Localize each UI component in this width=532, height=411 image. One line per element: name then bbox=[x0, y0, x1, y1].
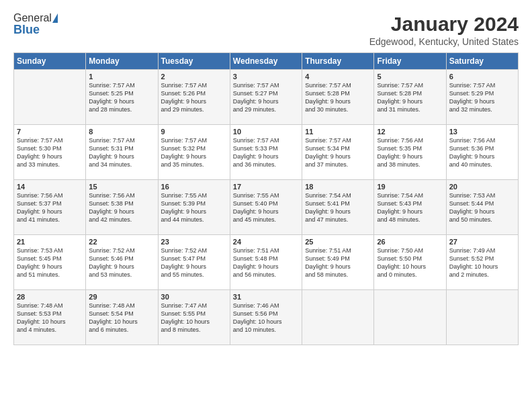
week-row-3: 14Sunrise: 7:56 AM Sunset: 5:37 PM Dayli… bbox=[14, 180, 519, 235]
day-number: 30 bbox=[161, 293, 227, 301]
week-row-1: 1Sunrise: 7:57 AM Sunset: 5:25 PM Daylig… bbox=[14, 70, 519, 125]
day-number: 2 bbox=[161, 73, 227, 81]
calendar-cell: 27Sunrise: 7:49 AM Sunset: 5:52 PM Dayli… bbox=[446, 235, 518, 290]
cell-content: Sunrise: 7:57 AM Sunset: 5:25 PM Dayligh… bbox=[89, 81, 154, 114]
week-row-5: 28Sunrise: 7:48 AM Sunset: 5:53 PM Dayli… bbox=[14, 290, 519, 345]
page: General Blue January 2024 Edgewood, Kent… bbox=[0, 0, 532, 411]
calendar-cell: 1Sunrise: 7:57 AM Sunset: 5:25 PM Daylig… bbox=[86, 70, 158, 125]
day-number: 12 bbox=[377, 128, 443, 136]
cell-content: Sunrise: 7:51 AM Sunset: 5:49 PM Dayligh… bbox=[305, 246, 371, 279]
day-number: 31 bbox=[233, 293, 299, 301]
calendar-cell: 29Sunrise: 7:48 AM Sunset: 5:54 PM Dayli… bbox=[86, 290, 158, 345]
cell-content: Sunrise: 7:52 AM Sunset: 5:47 PM Dayligh… bbox=[161, 246, 227, 279]
cell-content: Sunrise: 7:57 AM Sunset: 5:28 PM Dayligh… bbox=[377, 81, 443, 114]
calendar-cell bbox=[302, 290, 374, 345]
header-cell-saturday: Saturday bbox=[446, 53, 518, 70]
day-number: 23 bbox=[161, 238, 227, 246]
calendar-cell: 6Sunrise: 7:57 AM Sunset: 5:29 PM Daylig… bbox=[446, 70, 518, 125]
cell-content: Sunrise: 7:52 AM Sunset: 5:46 PM Dayligh… bbox=[89, 246, 154, 279]
calendar-table: SundayMondayTuesdayWednesdayThursdayFrid… bbox=[13, 52, 519, 345]
cell-content: Sunrise: 7:57 AM Sunset: 5:29 PM Dayligh… bbox=[449, 81, 515, 114]
day-number: 13 bbox=[449, 128, 515, 136]
day-number: 25 bbox=[305, 238, 371, 246]
calendar-cell: 20Sunrise: 7:53 AM Sunset: 5:44 PM Dayli… bbox=[446, 180, 518, 235]
week-row-4: 21Sunrise: 7:53 AM Sunset: 5:45 PM Dayli… bbox=[14, 235, 519, 290]
calendar-cell: 18Sunrise: 7:54 AM Sunset: 5:41 PM Dayli… bbox=[302, 180, 374, 235]
day-number: 21 bbox=[17, 238, 83, 246]
cell-content: Sunrise: 7:54 AM Sunset: 5:43 PM Dayligh… bbox=[377, 191, 443, 224]
logo-blue-text: Blue bbox=[13, 23, 40, 37]
calendar-cell: 12Sunrise: 7:56 AM Sunset: 5:35 PM Dayli… bbox=[374, 125, 446, 180]
calendar-cell: 2Sunrise: 7:57 AM Sunset: 5:26 PM Daylig… bbox=[158, 70, 230, 125]
cell-content: Sunrise: 7:46 AM Sunset: 5:56 PM Dayligh… bbox=[233, 302, 299, 334]
calendar-cell: 24Sunrise: 7:51 AM Sunset: 5:48 PM Dayli… bbox=[230, 235, 302, 290]
header-cell-wednesday: Wednesday bbox=[230, 53, 302, 70]
calendar-cell: 31Sunrise: 7:46 AM Sunset: 5:56 PM Dayli… bbox=[230, 290, 302, 345]
calendar-cell: 11Sunrise: 7:57 AM Sunset: 5:34 PM Dayli… bbox=[302, 125, 374, 180]
cell-content: Sunrise: 7:57 AM Sunset: 5:34 PM Dayligh… bbox=[305, 136, 371, 169]
header-cell-tuesday: Tuesday bbox=[158, 53, 230, 70]
day-number: 14 bbox=[17, 183, 83, 191]
cell-content: Sunrise: 7:56 AM Sunset: 5:35 PM Dayligh… bbox=[377, 136, 443, 169]
title-area: January 2024 Edgewood, Kentucky, United … bbox=[369, 12, 519, 47]
cell-content: Sunrise: 7:57 AM Sunset: 5:27 PM Dayligh… bbox=[233, 81, 299, 114]
day-number: 29 bbox=[89, 293, 154, 301]
day-number: 7 bbox=[17, 128, 83, 136]
cell-content: Sunrise: 7:50 AM Sunset: 5:50 PM Dayligh… bbox=[377, 246, 443, 279]
calendar-cell: 10Sunrise: 7:57 AM Sunset: 5:33 PM Dayli… bbox=[230, 125, 302, 180]
calendar-cell bbox=[14, 70, 86, 125]
cell-content: Sunrise: 7:56 AM Sunset: 5:37 PM Dayligh… bbox=[17, 191, 83, 224]
calendar-cell: 8Sunrise: 7:57 AM Sunset: 5:31 PM Daylig… bbox=[86, 125, 158, 180]
cell-content: Sunrise: 7:57 AM Sunset: 5:31 PM Dayligh… bbox=[89, 136, 154, 169]
cell-content: Sunrise: 7:55 AM Sunset: 5:40 PM Dayligh… bbox=[233, 191, 299, 224]
cell-content: Sunrise: 7:56 AM Sunset: 5:36 PM Dayligh… bbox=[449, 136, 515, 169]
day-number: 10 bbox=[233, 128, 299, 136]
day-number: 17 bbox=[233, 183, 299, 191]
day-number: 22 bbox=[89, 238, 154, 246]
cell-content: Sunrise: 7:57 AM Sunset: 5:33 PM Dayligh… bbox=[233, 136, 299, 169]
day-number: 26 bbox=[377, 238, 443, 246]
calendar-cell: 7Sunrise: 7:57 AM Sunset: 5:30 PM Daylig… bbox=[14, 125, 86, 180]
day-number: 18 bbox=[305, 183, 371, 191]
cell-content: Sunrise: 7:54 AM Sunset: 5:41 PM Dayligh… bbox=[305, 191, 371, 224]
calendar-cell: 3Sunrise: 7:57 AM Sunset: 5:27 PM Daylig… bbox=[230, 70, 302, 125]
header: General Blue January 2024 Edgewood, Kent… bbox=[13, 12, 519, 47]
calendar-cell: 4Sunrise: 7:57 AM Sunset: 5:28 PM Daylig… bbox=[302, 70, 374, 125]
calendar-cell: 16Sunrise: 7:55 AM Sunset: 5:39 PM Dayli… bbox=[158, 180, 230, 235]
calendar-cell: 9Sunrise: 7:57 AM Sunset: 5:32 PM Daylig… bbox=[158, 125, 230, 180]
calendar-cell: 14Sunrise: 7:56 AM Sunset: 5:37 PM Dayli… bbox=[14, 180, 86, 235]
calendar-cell: 17Sunrise: 7:55 AM Sunset: 5:40 PM Dayli… bbox=[230, 180, 302, 235]
header-row: SundayMondayTuesdayWednesdayThursdayFrid… bbox=[14, 53, 519, 70]
day-number: 1 bbox=[89, 73, 154, 81]
calendar-cell: 30Sunrise: 7:47 AM Sunset: 5:55 PM Dayli… bbox=[158, 290, 230, 345]
day-number: 20 bbox=[449, 183, 515, 191]
calendar-cell: 13Sunrise: 7:56 AM Sunset: 5:36 PM Dayli… bbox=[446, 125, 518, 180]
cell-content: Sunrise: 7:57 AM Sunset: 5:28 PM Dayligh… bbox=[305, 81, 371, 114]
calendar-cell: 5Sunrise: 7:57 AM Sunset: 5:28 PM Daylig… bbox=[374, 70, 446, 125]
day-number: 16 bbox=[161, 183, 227, 191]
calendar-cell: 22Sunrise: 7:52 AM Sunset: 5:46 PM Dayli… bbox=[86, 235, 158, 290]
subtitle: Edgewood, Kentucky, United States bbox=[369, 36, 519, 47]
day-number: 15 bbox=[89, 183, 154, 191]
main-title: January 2024 bbox=[369, 12, 519, 36]
week-row-2: 7Sunrise: 7:57 AM Sunset: 5:30 PM Daylig… bbox=[14, 125, 519, 180]
day-number: 28 bbox=[17, 293, 83, 301]
cell-content: Sunrise: 7:53 AM Sunset: 5:44 PM Dayligh… bbox=[449, 191, 515, 224]
logo: General Blue bbox=[13, 12, 58, 37]
calendar-cell: 19Sunrise: 7:54 AM Sunset: 5:43 PM Dayli… bbox=[374, 180, 446, 235]
cell-content: Sunrise: 7:57 AM Sunset: 5:30 PM Dayligh… bbox=[17, 136, 83, 169]
header-cell-sunday: Sunday bbox=[14, 53, 86, 70]
calendar-cell bbox=[374, 290, 446, 345]
cell-content: Sunrise: 7:53 AM Sunset: 5:45 PM Dayligh… bbox=[17, 246, 83, 279]
calendar-cell: 23Sunrise: 7:52 AM Sunset: 5:47 PM Dayli… bbox=[158, 235, 230, 290]
cell-content: Sunrise: 7:49 AM Sunset: 5:52 PM Dayligh… bbox=[449, 246, 515, 279]
cell-content: Sunrise: 7:55 AM Sunset: 5:39 PM Dayligh… bbox=[161, 191, 227, 224]
cell-content: Sunrise: 7:56 AM Sunset: 5:38 PM Dayligh… bbox=[89, 191, 154, 224]
calendar-cell: 15Sunrise: 7:56 AM Sunset: 5:38 PM Dayli… bbox=[86, 180, 158, 235]
header-cell-thursday: Thursday bbox=[302, 53, 374, 70]
day-number: 9 bbox=[161, 128, 227, 136]
cell-content: Sunrise: 7:47 AM Sunset: 5:55 PM Dayligh… bbox=[161, 302, 227, 334]
calendar-cell bbox=[446, 290, 518, 345]
cell-content: Sunrise: 7:51 AM Sunset: 5:48 PM Dayligh… bbox=[233, 246, 299, 279]
cell-content: Sunrise: 7:57 AM Sunset: 5:32 PM Dayligh… bbox=[161, 136, 227, 169]
